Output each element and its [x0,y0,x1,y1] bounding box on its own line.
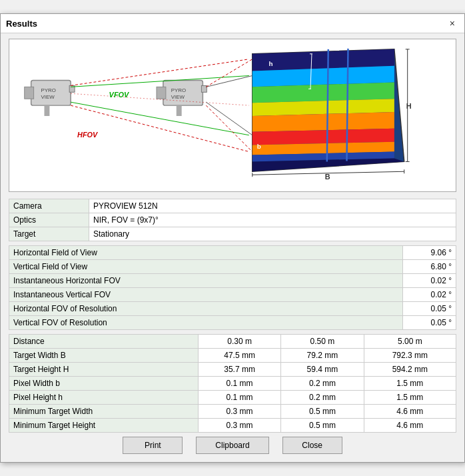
dist-cell: 1.5 mm [364,377,456,391]
fov-value: 0.02 ° [403,274,456,288]
fov-label: Horizontal Field of View [9,246,403,260]
fov-table: Horizontal Field of View9.06 °Vertical F… [9,245,456,330]
diagram-svg: PYRO VIEW PYRO VIEW [9,39,456,191]
fov-label: Horizontal FOV of Resolution [9,302,403,316]
dist-row-label: Distance [9,335,199,349]
dist-cell: 79.2 mm [281,349,364,363]
camera-info-label: Camera [9,199,89,213]
svg-rect-12 [177,105,182,116]
camera-info-table: CameraPYROVIEW 512NOpticsNIR, FOV = (9x7… [9,199,456,241]
dist-cell: 4.6 mm [364,405,456,419]
camera-info-row: CameraPYROVIEW 512N [9,199,456,213]
dist-cell: 5.00 m [364,335,456,349]
dist-cell: 4.6 mm [364,419,456,433]
svg-rect-6 [44,105,49,116]
svg-rect-2 [25,87,34,99]
dist-cell: 0.2 mm [281,377,364,391]
fov-value: 0.05 ° [403,316,456,330]
svg-text:PYRO: PYRO [171,87,186,93]
svg-text:PYRO: PYRO [41,87,56,93]
camera-info-value: PYROVIEW 512N [89,199,456,213]
dist-row-label: Target Width B [9,349,199,363]
dist-cell: 0.50 m [281,335,364,349]
dist-cell: 0.5 mm [281,419,364,433]
fov-row: Instantaneous Vertical FOV0.02 ° [9,288,456,302]
svg-rect-8 [157,87,166,99]
fov-row: Vertical FOV of Resolution0.05 ° [9,316,456,330]
print-button[interactable]: Print [123,437,183,454]
title-bar: Results × [1,14,464,33]
fov-row: Horizontal Field of View9.06 ° [9,246,456,260]
fov-label: Instantaneous Horizontal FOV [9,274,403,288]
dist-cell: 792.3 mm [364,349,456,363]
fov-value: 0.02 ° [403,288,456,302]
dist-row: Pixel Width b0.1 mm0.2 mm1.5 mm [9,377,456,391]
dist-cell: 594.2 mm [364,363,456,377]
camera-info-value: Stationary [89,227,456,241]
dist-row: Target Width B47.5 mm79.2 mm792.3 mm [9,349,456,363]
fov-label: Vertical FOV of Resolution [9,316,403,330]
fov-label: Vertical Field of View [9,260,403,274]
dist-row-label: Minimum Target Height [9,419,199,433]
dist-cell: 0.30 m [198,335,280,349]
svg-rect-9 [201,85,207,92]
fov-row: Horizontal FOV of Resolution0.05 ° [9,302,456,316]
window-title: Results [6,19,37,29]
main-content: PYRO VIEW PYRO VIEW [1,33,464,462]
dist-cell: 0.1 mm [198,377,280,391]
dist-cell: 0.3 mm [198,419,280,433]
svg-text:H: H [406,102,412,110]
results-window: Results × PYRO VIEW PYRO [0,13,465,463]
fov-row: Instantaneous Horizontal FOV0.02 ° [9,274,456,288]
svg-text:B: B [325,173,330,181]
dist-table: Distance0.30 m0.50 m5.00 mTarget Width B… [9,334,456,433]
svg-text:b: b [257,143,261,150]
close-results-button[interactable]: Close [282,437,342,454]
dist-row: Minimum Target Width0.3 mm0.5 mm4.6 mm [9,405,456,419]
camera-info-row: TargetStationary [9,227,456,241]
dist-row-label: Pixel Height h [9,391,199,405]
dist-cell: 0.2 mm [281,391,364,405]
camera-info-label: Optics [9,213,89,227]
fov-row: Vertical Field of View6.80 ° [9,260,456,274]
button-bar: Print Clipboard Close [9,437,456,454]
close-button[interactable]: × [446,17,459,30]
dist-row: Distance0.30 m0.50 m5.00 m [9,335,456,349]
camera-info-value: NIR, FOV = (9x7)° [89,213,456,227]
dist-cell: 0.1 mm [198,391,280,405]
dist-row-label: Target Height H [9,363,199,377]
dist-row-label: Pixel Width b [9,377,199,391]
svg-text:VIEW: VIEW [171,94,185,100]
fov-value: 9.06 ° [403,246,456,260]
dist-row: Pixel Height h0.1 mm0.2 mm1.5 mm [9,391,456,405]
dist-cell: 1.5 mm [364,391,456,405]
svg-text:h: h [269,60,273,67]
camera-info-row: OpticsNIR, FOV = (9x7)° [9,213,456,227]
hfov-label: HFOV [77,131,99,139]
dist-cell: 59.4 mm [281,363,364,377]
dist-cell: 47.5 mm [198,349,280,363]
clipboard-button[interactable]: Clipboard [196,437,268,454]
diagram-box: PYRO VIEW PYRO VIEW [9,39,456,192]
dist-cell: 35.7 mm [198,363,280,377]
fov-label: Instantaneous Vertical FOV [9,288,403,302]
fov-value: 6.80 ° [403,260,456,274]
camera-info-label: Target [9,227,89,241]
fov-value: 0.05 ° [403,302,456,316]
svg-text:VIEW: VIEW [41,94,55,100]
dist-row: Target Height H35.7 mm59.4 mm594.2 mm [9,363,456,377]
vfov-label: VFOV [109,91,130,99]
dist-cell: 0.3 mm [198,405,280,419]
dist-row: Minimum Target Height0.3 mm0.5 mm4.6 mm [9,419,456,433]
dist-cell: 0.5 mm [281,405,364,419]
dist-row-label: Minimum Target Width [9,405,199,419]
